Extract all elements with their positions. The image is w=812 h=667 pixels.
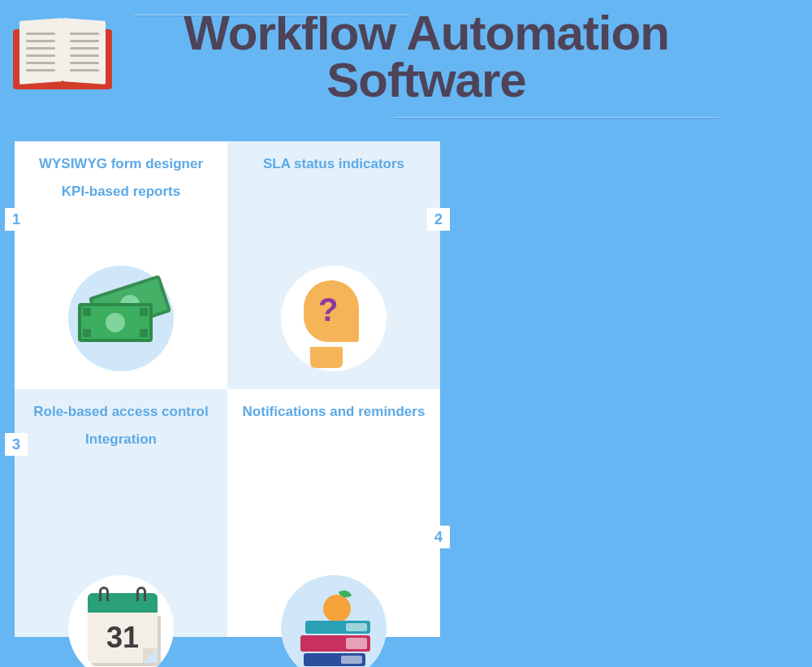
feature-title: WYSIWYG form designer	[29, 156, 213, 172]
calendar-icon: 31	[68, 575, 174, 667]
title-line2: Software	[326, 53, 525, 107]
feature-cell-4: Notifications and reminders 4	[227, 389, 440, 637]
money-icon	[68, 266, 174, 371]
feature-title: SLA status indicators	[242, 156, 425, 172]
number-badge: 1	[5, 208, 28, 231]
page-title: Workflow Automation Software	[134, 10, 719, 104]
feature-subtitle: KPI-based reports	[29, 184, 213, 200]
feature-cell-1: WYSIWYG form designer KPI-based reports …	[15, 141, 227, 389]
divider-bottom	[394, 117, 719, 119]
feature-subtitle: Integration	[29, 431, 213, 448]
books-orange-icon	[281, 575, 387, 667]
number-badge: 2	[427, 208, 450, 231]
feature-cell-3: Role-based access control Integration 3 …	[15, 389, 227, 637]
feature-grid: WYSIWYG form designer KPI-based reports …	[15, 141, 441, 637]
number-badge: 4	[427, 526, 450, 548]
head-question-icon: ?	[281, 266, 387, 371]
feature-title: Role-based access control	[29, 404, 213, 420]
number-badge: 3	[5, 433, 28, 456]
divider-top	[134, 15, 410, 16]
feature-cell-2: SLA status indicators 2 ?	[227, 141, 440, 389]
feature-title: Notifications and reminders	[242, 404, 425, 420]
header: Workflow Automation Software	[134, 10, 719, 104]
open-book-icon	[13, 19, 112, 89]
